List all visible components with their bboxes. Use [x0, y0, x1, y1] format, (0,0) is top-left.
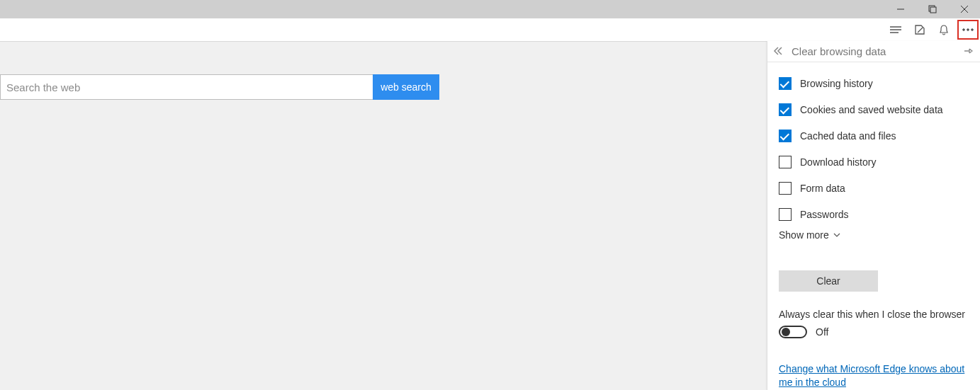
panel-header: Clear browsing data — [767, 41, 980, 62]
checkbox-row[interactable]: Cached data and files — [779, 123, 969, 149]
checkbox-label: Cached data and files — [800, 130, 896, 142]
checkbox-row[interactable]: Browsing history — [779, 71, 969, 97]
chevron-down-icon — [833, 233, 840, 237]
checkbox[interactable] — [779, 208, 792, 221]
checkbox-row[interactable]: Download history — [779, 149, 969, 176]
checkbox-label: Download history — [800, 156, 876, 168]
always-clear-toggle-row: Off — [779, 326, 969, 338]
svg-point-8 — [963, 29, 965, 31]
cloud-privacy-link[interactable]: Change what Microsoft Edge knows about m… — [779, 362, 969, 390]
window-titlebar — [0, 0, 980, 18]
search-button[interactable]: web search — [373, 74, 439, 100]
browser-toolbar — [0, 18, 980, 42]
close-button[interactable] — [948, 0, 980, 18]
search-box: web search — [0, 74, 439, 100]
bell-icon[interactable] — [933, 20, 954, 40]
clear-button[interactable]: Clear — [779, 270, 878, 292]
checkbox-label: Cookies and saved website data — [800, 104, 943, 115]
back-icon[interactable] — [773, 47, 784, 55]
svg-rect-2 — [930, 7, 936, 13]
svg-point-9 — [967, 29, 969, 31]
checkbox-label: Browsing history — [800, 78, 873, 89]
checkbox[interactable] — [779, 103, 792, 116]
more-icon[interactable] — [957, 20, 979, 40]
maximize-button[interactable] — [916, 0, 948, 18]
show-more-label: Show more — [779, 229, 829, 241]
minimize-button[interactable] — [884, 0, 916, 18]
checkbox[interactable] — [779, 156, 792, 168]
clear-data-panel: Clear browsing data Browsing historyCook… — [767, 41, 980, 390]
checkbox[interactable] — [779, 130, 792, 142]
checkbox[interactable] — [779, 182, 792, 195]
search-input[interactable] — [0, 74, 373, 100]
pin-icon[interactable] — [963, 47, 974, 55]
checkbox-label: Form data — [800, 183, 845, 194]
always-clear-toggle[interactable] — [779, 326, 807, 338]
panel-title: Clear browsing data — [792, 45, 956, 57]
notes-icon[interactable] — [909, 20, 930, 40]
checkbox-row[interactable]: Passwords — [779, 202, 969, 228]
checkbox-label: Passwords — [800, 209, 848, 220]
checkbox[interactable] — [779, 77, 792, 90]
toggle-state-label: Off — [816, 326, 828, 338]
show-more[interactable]: Show more — [779, 229, 969, 241]
reading-list-icon[interactable] — [885, 20, 906, 40]
always-clear-label: Always clear this when I close the brows… — [779, 309, 969, 320]
svg-point-10 — [971, 29, 974, 31]
checkbox-row[interactable]: Form data — [779, 176, 969, 202]
panel-body: Browsing historyCookies and saved websit… — [767, 62, 980, 390]
checkbox-row[interactable]: Cookies and saved website data — [779, 97, 969, 123]
